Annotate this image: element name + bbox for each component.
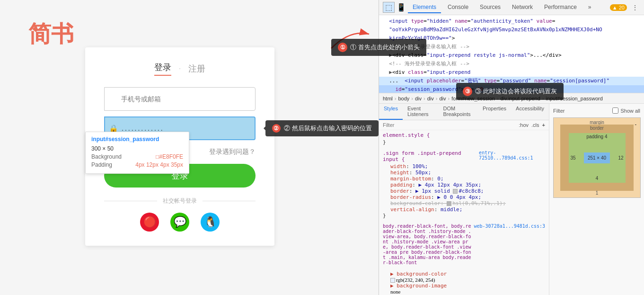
source-line-6: ▶<div class="input-prepend [379,68,644,77]
padding-bottom: 4 [596,176,599,181]
add-style-button[interactable]: + [542,122,545,128]
bc-div-1[interactable]: div [427,96,434,101]
css-brace-0: } [383,139,545,145]
tab-dom-breakpoints[interactable]: DOM Breakpoints [438,104,478,120]
styles-left: Styles Event Listeners DOM Breakpoints P… [379,104,549,295]
tooltip-pad-row: Padding 4px 12px 4px 35px [91,161,183,168]
show-all-label[interactable]: Show all [612,107,640,114]
css-file-link-1[interactable]: web-30728a1...9481d.css:3 [474,223,545,266]
tab-dot: · [179,64,181,73]
css-selector-sign: .sign form .input-prepend input { [383,150,479,162]
css-selector-element: element.style { [383,132,545,138]
css-bg-image-val: none [383,289,545,295]
social-icons-row: 🔴 💬 🐧 [104,213,256,232]
devtools-topbar: ⬚ 📱 Elements Console Sources Network Per… [379,0,644,15]
filter-bar: :hov .cls + [379,120,549,130]
tooltip-bg-row: Background □#E8F0FE [91,153,183,160]
tab-login[interactable]: 登录 [154,62,171,76]
step3-badge: ③ [463,87,472,96]
styles-panel: Styles Event Listeners DOM Breakpoints P… [379,104,644,295]
bc-div-2[interactable]: div [439,96,446,101]
source-line-5: <!-- 海外登录登录名输入框 --> [379,60,644,68]
tab-console[interactable]: Console [443,2,473,13]
tooltip-title: input#session_password [91,136,183,143]
css-prop-border-radius: border-radius: ▶ 0 0 4px 4px; [383,194,545,200]
css-prop-width: width: 100%; [383,163,545,170]
tab-elements[interactable]: Elements [408,2,441,13]
step1-bubble: ① ① 首先点击此处的小箭头 [331,39,426,56]
bc-div-0[interactable]: div [415,96,422,101]
step1-badge: ① [338,43,347,52]
bc-sep-1: › [411,96,413,101]
qq-icon[interactable]: 🐧 [201,213,220,232]
padding-box: padding 4 35 12 4 251 × 40 [569,133,626,183]
padding-right: 12 [618,155,623,161]
show-all-checkbox[interactable] [612,107,618,114]
css-selector-body-row: body.reader-black-font, body.reader-blac… [383,223,545,266]
css-prop-border: border: ▶ 1px solid #c8c8c8; [383,188,545,194]
css-bg-image: ▶ background-image [383,283,545,289]
source-line-1: "ooYxkPrgvoBdM9aZdHI62uleGzXfvNjgHV5mvp2… [379,26,644,34]
inspect-icon[interactable]: ⬚ [383,2,395,13]
tab-properties[interactable]: Properties [478,104,511,120]
tab-event-listeners[interactable]: Event Listeners [403,104,438,120]
border-label: border [590,125,604,131]
content-size: 251 × 40 [588,155,606,161]
styles-tabs: Styles Event Listeners DOM Breakpoints P… [379,104,549,120]
wechat-icon[interactable]: 💬 [170,213,189,232]
css-prop-height: height: 50px; [383,170,545,176]
bc-sep-3: › [436,96,438,101]
css-prop-bg-color: background-color: hsl(0,0%,71%,.1); [383,200,545,206]
device-icon[interactable]: 📱 [397,3,406,12]
weibo-icon[interactable]: 🔴 [140,213,159,232]
tooltip-size-row: 300 × 50 [91,145,183,152]
password-input[interactable]: ............. [122,125,255,132]
filter-label: Filter [553,108,565,114]
css-bg-color-val: rgb(232, 240, 254) [383,277,545,283]
source-line-0: <input type="hidden" name="authenticity_… [379,17,644,26]
margin-box: margin - border padding 4 35 12 [553,117,641,198]
tab-sources[interactable]: Sources [475,2,505,13]
css-rule-body-reader: body.reader-black-font, body.reader-blac… [383,223,545,266]
forgot-link[interactable]: 登录遇到问题？ [209,148,256,156]
margin-val: - [635,122,636,127]
devtools-icons: ▲ 20 ⋮ [610,3,640,12]
social-divider: 社交帐号登录 [104,197,256,205]
css-selector-row: .sign form .input-prepend input { entry-… [383,150,545,163]
styles-right: Filter Show all margin - border [549,104,644,295]
bc-sep-0: › [395,96,397,101]
hov-button[interactable]: :hov [519,122,529,128]
css-rules: element.style { } .sign form .input-prep… [379,130,549,295]
css-rule-element-style: element.style { } [383,132,545,145]
login-panel: 简书 登录 · 注册 input#session_password 300 × … [0,0,379,295]
bc-body[interactable]: body [398,96,409,101]
tab-row: 登录 · 注册 [104,62,256,76]
css-selector-body: body.reader-black-font, body.reader-blac… [383,223,474,265]
tab-styles[interactable]: Styles [379,104,403,120]
css-file-link-0[interactable]: entry-72510...789d4.css:1 [479,150,545,163]
tab-network[interactable]: Network [507,2,538,13]
step2-annotation: ② ② 然后鼠标点击输入密码的位置 [265,120,379,136]
outer-bottom: 1 [596,190,599,196]
tab-performance[interactable]: Performance [539,2,582,13]
warning-badge: ▲ 20 [610,4,627,11]
step3-bubble: ③ ③ 此时这边会将该段代码置灰 [456,83,564,100]
padding-left: 35 [571,155,576,161]
bc-html[interactable]: html [383,96,393,101]
username-group [104,87,256,111]
filter-input[interactable] [383,122,516,128]
tab-more[interactable]: » [583,2,596,13]
dt-menu-icon[interactable]: ⋮ [630,3,640,12]
cls-button[interactable]: .cls [531,122,539,128]
content-box: 251 × 40 [584,152,610,163]
step3-annotation-container: ③ ③ 此时这边会将该段代码置灰 [456,83,564,100]
css-bg-color: ▶ background-color [383,271,545,277]
step2-badge: ② [272,124,281,133]
box-model: margin - border padding 4 35 12 [553,117,640,198]
tab-accessibility[interactable]: Accessibility [511,104,549,120]
filter-bottom-row: Filter Show all [553,107,640,114]
tab-register[interactable]: 注册 [188,63,205,74]
element-tooltip: input#session_password 300 × 50 Backgrou… [85,132,189,174]
username-input[interactable] [104,87,256,111]
step1-annotation-container: ① ① 首先点击此处的小箭头 [322,25,379,55]
